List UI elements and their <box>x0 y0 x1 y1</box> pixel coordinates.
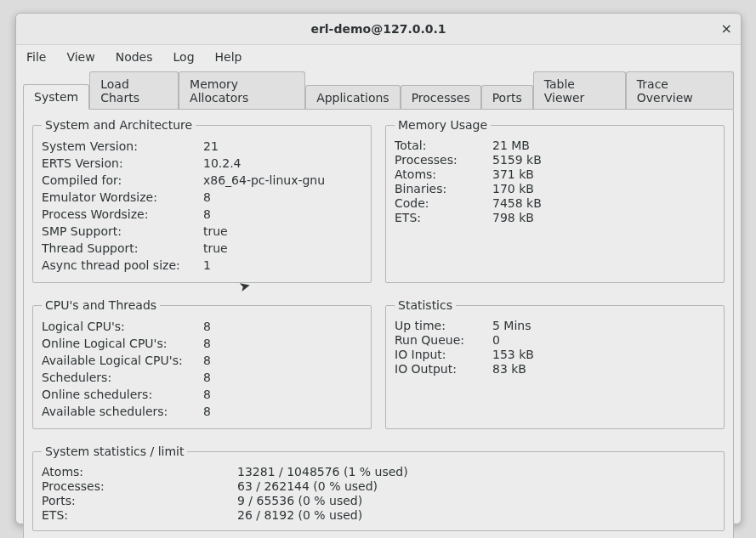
value-limit-atoms: 13281 / 1048576 (1 % used) <box>237 465 715 479</box>
value-mem-atoms: 371 kB <box>492 167 715 181</box>
value-async-pool: 1 <box>203 258 362 274</box>
menu-view[interactable]: View <box>63 48 98 65</box>
tab-system[interactable]: System <box>23 84 89 110</box>
group-memory-usage: Memory Usage Total: 21 MB Processes: 515… <box>385 118 725 283</box>
value-online-logical-cpus: 8 <box>203 336 362 352</box>
system-pane: System and Architecture System Version: … <box>23 109 734 538</box>
value-mem-code: 7458 kB <box>492 196 715 210</box>
tab-load-charts[interactable]: Load Charts <box>89 71 179 110</box>
tab-bar: System Load Charts Memory Allocators App… <box>23 71 734 109</box>
group-system-architecture: System and Architecture System Version: … <box>32 118 372 283</box>
label-async-pool: Async thread pool size: <box>42 258 203 274</box>
value-mem-ets: 798 kB <box>492 211 715 224</box>
value-smp-support: true <box>203 224 362 240</box>
menubar: File View Nodes Log Help <box>16 45 741 69</box>
legend-limits: System statistics / limit <box>42 445 187 458</box>
label-smp-support: SMP Support: <box>42 224 203 240</box>
value-io-output: 83 kB <box>492 362 715 376</box>
group-cpus-threads: CPU's and Threads Logical CPU's: 8 Onlin… <box>32 298 372 429</box>
menu-nodes[interactable]: Nodes <box>112 48 156 65</box>
label-thread-support: Thread Support: <box>42 241 203 257</box>
value-run-queue: 0 <box>492 333 715 347</box>
label-limit-ets: ETS: <box>42 508 237 522</box>
value-logical-cpus: 8 <box>203 319 362 335</box>
value-mem-binaries: 170 kB <box>492 182 715 195</box>
label-online-logical-cpus: Online Logical CPU's: <box>42 336 203 352</box>
label-erts-version: ERTS Version: <box>42 156 203 172</box>
legend-sys-arch: System and Architecture <box>42 118 196 132</box>
label-mem-atoms: Atoms: <box>395 167 492 181</box>
label-io-input: IO Input: <box>395 348 492 361</box>
label-mem-ets: ETS: <box>395 211 492 224</box>
menu-help[interactable]: Help <box>212 48 246 65</box>
value-limit-processes: 63 / 262144 (0 % used) <box>237 479 715 493</box>
tab-table-viewer[interactable]: Table Viewer <box>533 71 626 110</box>
value-uptime: 5 Mins <box>492 319 715 332</box>
label-emulator-wordsize: Emulator Wordsize: <box>42 190 203 206</box>
legend-cpu: CPU's and Threads <box>42 298 160 312</box>
value-available-logical-cpus: 8 <box>203 353 362 369</box>
label-mem-code: Code: <box>395 196 492 210</box>
menu-log[interactable]: Log <box>170 48 198 65</box>
legend-stats: Statistics <box>395 298 456 312</box>
legend-memory: Memory Usage <box>395 118 491 132</box>
value-online-schedulers: 8 <box>203 387 362 403</box>
label-limit-atoms: Atoms: <box>42 465 237 479</box>
value-limit-ets: 26 / 8192 (0 % used) <box>237 508 715 522</box>
value-schedulers: 8 <box>203 370 362 386</box>
value-limit-ports: 9 / 65536 (0 % used) <box>237 494 715 507</box>
value-thread-support: true <box>203 241 362 257</box>
label-mem-processes: Processes: <box>395 153 492 167</box>
value-process-wordsize: 8 <box>203 207 362 223</box>
titlebar: erl-demo@127.0.0.1 × <box>16 14 741 45</box>
value-erts-version: 10.2.4 <box>203 156 362 172</box>
label-available-schedulers: Available schedulers: <box>42 404 203 420</box>
label-limit-processes: Processes: <box>42 479 237 493</box>
label-logical-cpus: Logical CPU's: <box>42 319 203 335</box>
window-title: erl-demo@127.0.0.1 <box>310 22 446 36</box>
tab-ports[interactable]: Ports <box>481 85 533 110</box>
label-run-queue: Run Queue: <box>395 333 492 347</box>
label-io-output: IO Output: <box>395 362 492 376</box>
group-statistics: Statistics Up time: 5 Mins Run Queue: 0 … <box>385 298 725 429</box>
value-io-input: 153 kB <box>492 348 715 361</box>
value-mem-total: 21 MB <box>492 139 715 152</box>
value-emulator-wordsize: 8 <box>203 190 362 206</box>
group-system-limits: System statistics / limit Atoms: 13281 /… <box>32 445 725 531</box>
tab-trace-overview[interactable]: Trace Overview <box>626 71 734 110</box>
close-icon[interactable]: × <box>721 14 732 44</box>
label-online-schedulers: Online schedulers: <box>42 387 203 403</box>
tab-applications[interactable]: Applications <box>305 85 401 110</box>
label-compiled-for: Compiled for: <box>42 173 203 189</box>
label-system-version: System Version: <box>42 139 203 155</box>
label-schedulers: Schedulers: <box>42 370 203 386</box>
label-available-logical-cpus: Available Logical CPU's: <box>42 353 203 369</box>
label-uptime: Up time: <box>395 319 492 332</box>
menu-file[interactable]: File <box>23 48 49 65</box>
value-mem-processes: 5159 kB <box>492 153 715 167</box>
value-available-schedulers: 8 <box>203 404 362 420</box>
tab-processes[interactable]: Processes <box>401 85 481 110</box>
label-limit-ports: Ports: <box>42 494 237 507</box>
value-compiled-for: x86_64-pc-linux-gnu <box>203 173 362 189</box>
tab-memory-allocators[interactable]: Memory Allocators <box>179 71 305 110</box>
label-mem-total: Total: <box>395 139 492 152</box>
label-mem-binaries: Binaries: <box>395 182 492 195</box>
label-process-wordsize: Process Wordsize: <box>42 207 203 223</box>
value-system-version: 21 <box>203 139 362 155</box>
observer-window: erl-demo@127.0.0.1 × File View Nodes Log… <box>15 13 742 524</box>
